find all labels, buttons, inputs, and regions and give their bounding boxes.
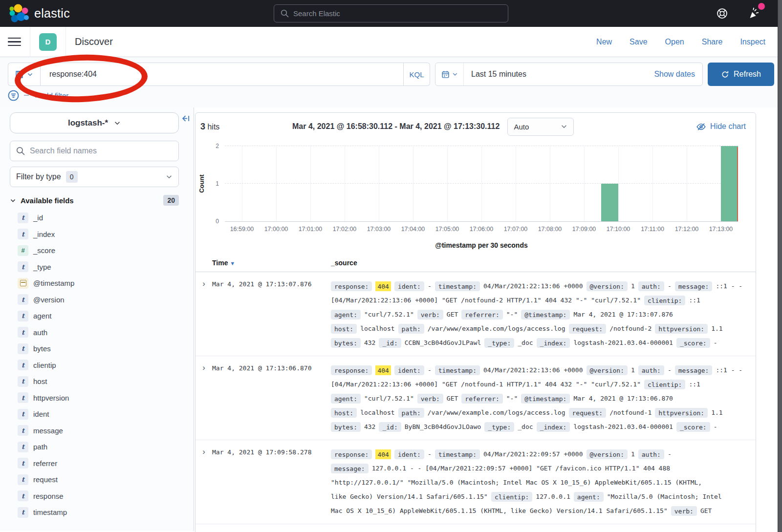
- field-item-response[interactable]: tresponse: [10, 488, 194, 505]
- field-item-@timestamp[interactable]: @timestamp: [10, 275, 194, 292]
- field-value: -: [714, 339, 717, 346]
- filter-by-type-label: Filter by type: [16, 172, 61, 181]
- expand-row-icon[interactable]: ›: [196, 279, 212, 350]
- field-name: clientip: [33, 361, 56, 369]
- gridline: [481, 146, 482, 221]
- help-icon[interactable]: [716, 7, 728, 20]
- x-axis-ticks: 16:59:0017:00:0017:01:0017:02:0017:03:00…: [225, 226, 738, 235]
- index-pattern-select[interactable]: logstash-*: [10, 112, 179, 133]
- add-filter-link[interactable]: + Add filter: [34, 91, 68, 100]
- field-item-referrer[interactable]: treferrer: [10, 455, 194, 472]
- field-pill: clientip:: [644, 380, 685, 389]
- x-tick-label: 17:11:00: [641, 226, 664, 233]
- row-source: response:404ident:-timestamp:04/Mar/2021…: [331, 447, 756, 518]
- divider: [30, 27, 30, 57]
- nav-link-new[interactable]: New: [596, 38, 612, 46]
- available-fields-header[interactable]: Available fields 20: [10, 195, 179, 206]
- gridline: [516, 146, 516, 221]
- gridline: [413, 146, 413, 221]
- field-pill: response:: [331, 365, 372, 375]
- x-tick-label: 17:13:00: [709, 226, 733, 233]
- interval-select[interactable]: Auto: [507, 118, 574, 136]
- gridline: [242, 146, 242, 221]
- row-source: response:404ident:-timestamp:04/Mar/2021…: [331, 363, 756, 434]
- filter-by-type-select[interactable]: Filter by type 0: [10, 167, 179, 187]
- field-value: "-": [506, 395, 518, 402]
- expand-row-icon[interactable]: ›: [196, 363, 212, 434]
- hide-chart-button[interactable]: Hide chart: [696, 122, 746, 131]
- field-value: 04/Mar/2021:22:13:06 +0000: [483, 282, 583, 290]
- field-item-timestamp[interactable]: ttimestamp: [10, 504, 194, 521]
- field-pill: httpversion:: [655, 408, 708, 418]
- discover-app-icon: D: [39, 33, 57, 51]
- refresh-button[interactable]: Refresh: [708, 63, 774, 86]
- gridline: [379, 146, 379, 221]
- menu-icon[interactable]: [8, 38, 21, 46]
- field-item-_score[interactable]: #_score: [10, 242, 194, 259]
- field-value: ::1: [689, 297, 700, 304]
- field-name: ident: [33, 410, 49, 418]
- field-pill: _index:: [537, 338, 570, 348]
- global-search-input[interactable]: Search Elastic: [274, 4, 508, 22]
- calendar-button[interactable]: [435, 63, 464, 85]
- expand-row-icon[interactable]: ›: [196, 447, 212, 518]
- search-icon: [281, 9, 289, 18]
- global-search-placeholder: Search Elastic: [293, 9, 340, 18]
- field-value: Mac OS X 10_15_6) AppleWebKit/605.1.15 (…: [331, 507, 668, 514]
- field-value: /notfound-1: [609, 409, 652, 416]
- field-name: request: [33, 475, 58, 484]
- field-name: referrer: [33, 459, 57, 468]
- nav-links: NewSaveOpenShareInspect: [596, 38, 774, 46]
- string-type-icon: t: [18, 213, 28, 223]
- field-pill: response:: [331, 449, 372, 459]
- field-item-_id[interactable]: t_id: [10, 210, 194, 226]
- query-language-button[interactable]: KQL: [404, 63, 430, 86]
- field-name: @version: [33, 296, 65, 304]
- nav-link-inspect[interactable]: Inspect: [740, 38, 765, 46]
- field-pill: timestamp:: [435, 449, 480, 459]
- collapse-sidebar-icon[interactable]: [181, 114, 190, 123]
- chevron-down-icon: [10, 197, 16, 204]
- nav-link-open[interactable]: Open: [665, 38, 684, 46]
- field-pill: @timestamp:: [521, 310, 570, 319]
- field-name: auth: [33, 328, 47, 337]
- field-item-ident[interactable]: tident: [10, 406, 194, 423]
- fields-sidebar: logstash-* Search field names Filter by …: [0, 107, 194, 531]
- string-type-icon: t: [18, 425, 28, 436]
- field-item-_index[interactable]: t_index: [10, 226, 194, 243]
- field-name: response: [33, 492, 64, 500]
- query-input[interactable]: response:404: [40, 63, 404, 86]
- table-row: ›Mar 4, 2021 @ 17:09:58.278response:404i…: [196, 440, 756, 524]
- field-item-_type[interactable]: t_type: [10, 259, 194, 276]
- field-item-httpversion[interactable]: thttpversion: [10, 390, 194, 406]
- show-dates-link[interactable]: Show dates: [654, 70, 702, 79]
- field-item-path[interactable]: tpath: [10, 439, 194, 455]
- field-item-auth[interactable]: tauth: [10, 324, 194, 341]
- field-pill: message:: [331, 464, 369, 473]
- filter-icon[interactable]: [8, 90, 19, 101]
- field-item-clientip[interactable]: tclientip: [10, 357, 194, 374]
- elastic-logo[interactable]: elastic: [9, 4, 70, 23]
- field-value: 1: [631, 366, 635, 374]
- page-title: Discover: [75, 36, 113, 47]
- field-pill: _type:: [484, 338, 514, 348]
- field-item-agent[interactable]: tagent: [10, 308, 194, 324]
- nav-link-share[interactable]: Share: [702, 38, 723, 46]
- field-item-@version[interactable]: t@version: [10, 292, 194, 308]
- field-value: "http://127.0.0.1/" "Mozilla/5.0 (Macint…: [331, 479, 702, 486]
- time-column-header[interactable]: Time ▼: [212, 259, 331, 267]
- news-icon[interactable]: [748, 7, 760, 20]
- field-pill: host:: [331, 408, 357, 418]
- search-icon: [16, 147, 25, 155]
- field-item-request[interactable]: trequest: [10, 471, 194, 488]
- nav-link-save[interactable]: Save: [630, 38, 647, 46]
- field-search-input[interactable]: Search field names: [10, 141, 179, 161]
- scrollbar[interactable]: [778, 0, 782, 532]
- field-value: "Mozilla/5.0 (Macintosh; Intel: [607, 493, 722, 500]
- field-item-host[interactable]: thost: [10, 373, 194, 390]
- saved-query-button[interactable]: [8, 63, 40, 86]
- field-pill: timestamp:: [435, 365, 480, 375]
- field-item-bytes[interactable]: tbytes: [10, 340, 194, 357]
- time-range-value[interactable]: Last 15 minutes: [464, 70, 654, 79]
- field-item-message[interactable]: tmessage: [10, 423, 194, 439]
